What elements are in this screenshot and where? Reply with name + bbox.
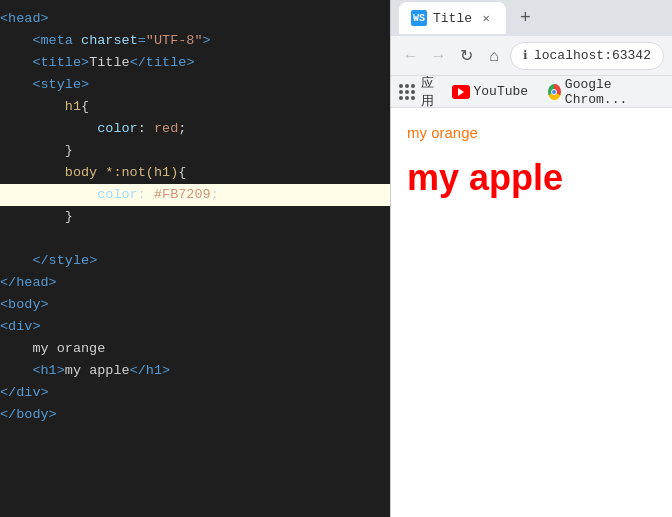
code-line-16: my orange: [0, 338, 390, 360]
editor-panel: <head> <meta charset="UTF-8"> <title>Tit…: [0, 0, 390, 517]
bookmarks-bar: 应用 YouTube Google Chrom...: [391, 76, 672, 108]
browser-content: my orange my apple: [391, 108, 672, 517]
apps-grid-icon: [399, 84, 415, 100]
reload-button[interactable]: ↻: [454, 42, 478, 70]
code-line-11: [0, 228, 390, 250]
code-line-13: </head>: [0, 272, 390, 294]
address-bar[interactable]: ℹ localhost:63342: [510, 42, 664, 70]
code-line-18: </div>: [0, 382, 390, 404]
chrome-label: Google Chrom...: [565, 77, 658, 107]
code-line-3: <title>Title</title>: [0, 52, 390, 74]
code-line-15: <div>: [0, 316, 390, 338]
code-line-9: color: #FB7209;: [0, 184, 390, 206]
code-line-7: }: [0, 140, 390, 162]
apps-label: 应用: [421, 74, 438, 110]
reload-icon: ↻: [460, 46, 473, 65]
code-line-4: <style>: [0, 74, 390, 96]
chrome-icon: [548, 84, 561, 100]
new-tab-button[interactable]: +: [512, 4, 539, 32]
code-line-10: }: [0, 206, 390, 228]
page-subtitle: my orange: [407, 124, 656, 141]
code-line-19: </body>: [0, 404, 390, 426]
tab-favicon: WS: [411, 10, 427, 26]
code-line-8: body *:not(h1){: [0, 162, 390, 184]
code-line-14: <body>: [0, 294, 390, 316]
home-icon: ⌂: [489, 47, 499, 65]
bookmark-apps[interactable]: 应用: [399, 74, 438, 110]
back-button[interactable]: ←: [399, 42, 423, 70]
browser-toolbar: ← → ↻ ⌂ ℹ localhost:63342: [391, 36, 672, 76]
youtube-bookmark[interactable]: YouTube: [446, 82, 535, 101]
browser-titlebar: WS Title ✕ +: [391, 0, 672, 36]
tab-title: Title: [433, 11, 472, 26]
page-title: my apple: [407, 157, 656, 199]
code-editor[interactable]: <head> <meta charset="UTF-8"> <title>Tit…: [0, 0, 390, 517]
code-line-6: color: red;: [0, 118, 390, 140]
code-area: <head> <meta charset="UTF-8"> <title>Tit…: [0, 0, 390, 434]
tab-close-button[interactable]: ✕: [478, 10, 494, 26]
code-line-1: <head>: [0, 8, 390, 30]
code-line-5: h1{: [0, 96, 390, 118]
lock-icon: ℹ: [523, 48, 528, 63]
home-button[interactable]: ⌂: [482, 42, 506, 70]
code-line-2: <meta charset="UTF-8">: [0, 30, 390, 52]
forward-button[interactable]: →: [427, 42, 451, 70]
browser-tab[interactable]: WS Title ✕: [399, 2, 506, 34]
code-line-17: <h1>my apple</h1>: [0, 360, 390, 382]
back-icon: ←: [403, 47, 419, 65]
youtube-label: YouTube: [474, 84, 529, 99]
address-text: localhost:63342: [534, 48, 651, 63]
browser-panel: WS Title ✕ + ← → ↻ ⌂ ℹ localhost:63342: [390, 0, 672, 517]
tab-favicon-label: WS: [413, 13, 425, 24]
youtube-icon: [452, 85, 470, 99]
chrome-bookmark[interactable]: Google Chrom...: [542, 75, 664, 109]
forward-icon: →: [431, 47, 447, 65]
code-line-12: </style>: [0, 250, 390, 272]
